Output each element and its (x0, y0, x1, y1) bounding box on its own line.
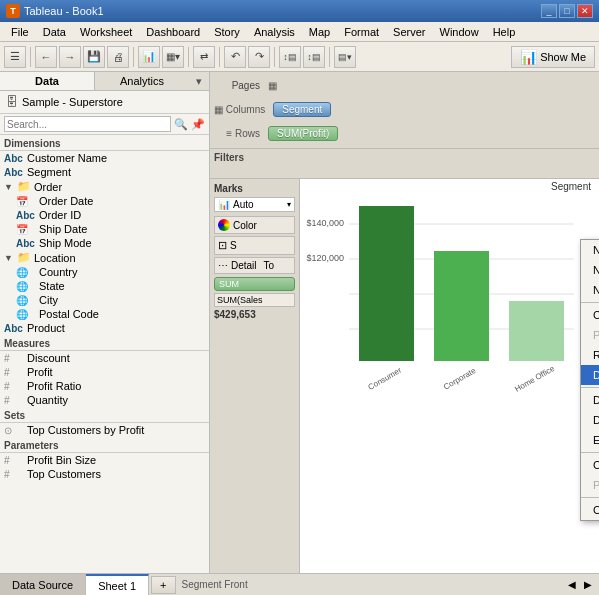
menu-analysis[interactable]: Analysis (247, 25, 302, 39)
dim-ship-date[interactable]: 📅 Ship Date (0, 222, 209, 236)
ctx-new-dashboard[interactable]: New Dashboard ⊟ (581, 260, 599, 280)
menu-format[interactable]: Format (337, 25, 386, 39)
left-panel: Data Analytics ▾ 🗄 Sample - Superstore 🔍… (0, 72, 210, 573)
columns-pill[interactable]: Segment (273, 102, 331, 117)
parameters-label: Parameters (0, 437, 209, 453)
param-profit-bin[interactable]: # Profit Bin Size (0, 453, 209, 467)
dim-location-folder[interactable]: ▼ 📁 Location (0, 250, 209, 265)
set-top-customers[interactable]: ⊙ Top Customers by Profit (0, 423, 209, 437)
ctx-new-worksheet-label: New Worksheet (593, 244, 599, 256)
size-icon: ⊡ (218, 239, 227, 252)
tab-analytics[interactable]: Analytics (95, 72, 189, 90)
bar-consumer[interactable] (359, 206, 414, 361)
search-pin-icon[interactable]: 📌 (191, 118, 205, 131)
ctx-new-worksheet[interactable]: New Worksheet ⊞ (581, 240, 599, 260)
menu-file[interactable]: File (4, 25, 36, 39)
view-area: Marks 📊 Auto ▾ Color ⊡ S ⋯ Detail T (210, 179, 599, 573)
toolbar-arrows[interactable]: ⇄ (193, 46, 215, 68)
toolbar-redo[interactable]: ↷ (248, 46, 270, 68)
ctx-rename-sheet[interactable]: Rename Sheet (581, 345, 599, 365)
ctx-delete-sheet[interactable]: Delete Sheet (581, 365, 599, 385)
toolbar-more[interactable]: ▤▾ (334, 46, 356, 68)
tab-data[interactable]: Data (0, 72, 95, 90)
toolbar-forward[interactable]: → (59, 46, 81, 68)
status-icon-2[interactable]: ▶ (581, 578, 595, 591)
measure-profit[interactable]: # Profit (0, 365, 209, 379)
status-icon-1[interactable]: ◀ (565, 578, 579, 591)
toolbar-back[interactable]: ← (35, 46, 57, 68)
rows-label: Rows (235, 128, 260, 139)
measure-quantity[interactable]: # Quantity (0, 393, 209, 407)
ctx-new-story[interactable]: New Story (581, 280, 599, 300)
status-tab-datasource[interactable]: Data Source (0, 574, 86, 595)
menu-help[interactable]: Help (486, 25, 523, 39)
bar-chart-icon: 📊 (218, 199, 230, 210)
ctx-export-sheet[interactable]: Export Sheet... (581, 430, 599, 450)
ctx-duplicate-crosstab[interactable]: Duplicate as Crosstab (581, 410, 599, 430)
dim-city[interactable]: 🌐 City (0, 293, 209, 307)
ctx-copy-formatting[interactable]: Copy Formatting (581, 455, 599, 475)
bar-corporate[interactable] (434, 251, 489, 361)
dim-country[interactable]: 🌐 Country (0, 265, 209, 279)
ctx-color-label: Color (593, 504, 599, 516)
dim-state[interactable]: 🌐 State (0, 279, 209, 293)
toolbar-save[interactable]: 💾 (83, 46, 105, 68)
menu-story[interactable]: Story (207, 25, 247, 39)
bar-home-office[interactable] (509, 301, 564, 361)
panel-menu-icon[interactable]: ▾ (189, 72, 209, 90)
ctx-color[interactable]: Color ▶ (581, 500, 599, 520)
ctx-copy-sheet[interactable]: Copy Sheet (581, 305, 599, 325)
toolbar-chart[interactable]: 📊 (138, 46, 160, 68)
marks-type-selector[interactable]: 📊 Auto ▾ (214, 197, 295, 212)
detail-icon: ⋯ (218, 260, 228, 271)
search-input[interactable] (4, 116, 171, 132)
ctx-duplicate-sheet[interactable]: Duplicate Sheet (581, 390, 599, 410)
dim-postal-code[interactable]: 🌐 Postal Code (0, 307, 209, 321)
toolbar-undo[interactable]: ↶ (224, 46, 246, 68)
menu-data[interactable]: Data (36, 25, 73, 39)
window-controls[interactable]: _ □ ✕ (541, 4, 593, 18)
menu-window[interactable]: Window (433, 25, 486, 39)
dim-segment[interactable]: Abc Segment (0, 165, 209, 179)
toolbar-new[interactable]: ☰ (4, 46, 26, 68)
menu-map[interactable]: Map (302, 25, 337, 39)
columns-row: ▦ Columns Segment (214, 98, 595, 120)
rows-row: ≡ Rows SUM(Profit) (214, 122, 595, 144)
marks-detail-btn[interactable]: ⋯ Detail To (214, 257, 295, 274)
dim-customer-name[interactable]: Abc Customer Name (0, 151, 209, 165)
maximize-button[interactable]: □ (559, 4, 575, 18)
ctx-sep-4 (581, 497, 599, 498)
ctx-delete-sheet-label: Delete Sheet (593, 369, 599, 381)
marks-sum-pill[interactable]: SUM (214, 277, 295, 291)
dimensions-label: Dimensions (0, 135, 209, 151)
dim-order-folder[interactable]: ▼ 📁 Order (0, 179, 209, 194)
menu-dashboard[interactable]: Dashboard (139, 25, 207, 39)
dim-ship-mode[interactable]: Abc Ship Mode (0, 236, 209, 250)
menu-bar: File Data Worksheet Dashboard Story Anal… (0, 22, 599, 42)
toolbar-sort[interactable]: ↕▤ (279, 46, 301, 68)
menu-server[interactable]: Server (386, 25, 432, 39)
toolbar-chart2[interactable]: ▦▾ (162, 46, 184, 68)
menu-worksheet[interactable]: Worksheet (73, 25, 139, 39)
minimize-button[interactable]: _ (541, 4, 557, 18)
rows-pill[interactable]: SUM(Profit) (268, 126, 338, 141)
marks-panel: Marks 📊 Auto ▾ Color ⊡ S ⋯ Detail T (210, 179, 300, 573)
dim-order-id[interactable]: Abc Order ID (0, 208, 209, 222)
status-tab-sheet1[interactable]: Sheet 1 (86, 574, 149, 595)
toolbar-sort2[interactable]: ↕▤ (303, 46, 325, 68)
measure-profit-ratio[interactable]: # Profit Ratio (0, 379, 209, 393)
toolbar-print[interactable]: 🖨 (107, 46, 129, 68)
search-icon[interactable]: 🔍 (174, 118, 188, 131)
close-button[interactable]: ✕ (577, 4, 593, 18)
datasource-tab-label: Data Source (12, 579, 73, 591)
measure-discount[interactable]: # Discount (0, 351, 209, 365)
dim-order-date[interactable]: 📅 Order Date (0, 194, 209, 208)
marks-size-btn[interactable]: ⊡ S (214, 236, 295, 255)
marks-color-btn[interactable]: Color (214, 216, 295, 234)
param-top-customers[interactable]: # Top Customers (0, 467, 209, 481)
ctx-copy-formatting-label: Copy Formatting (593, 459, 599, 471)
add-sheet-button[interactable]: + (151, 576, 175, 594)
dim-product[interactable]: Abc Product (0, 321, 209, 335)
data-source-name: 🗄 Sample - Superstore (0, 91, 209, 114)
show-me-button[interactable]: 📊 Show Me (511, 46, 595, 68)
